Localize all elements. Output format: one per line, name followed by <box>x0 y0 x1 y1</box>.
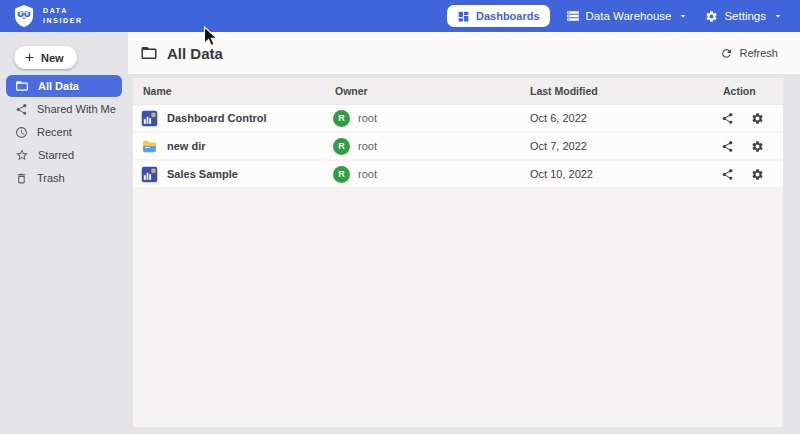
table-body: Dashboard Control R root Oct 6, 2022 new… <box>133 105 783 189</box>
owner-avatar: R <box>333 110 350 127</box>
file-name: Sales Sample <box>167 168 238 180</box>
folder-icon <box>140 44 158 62</box>
gear-icon[interactable] <box>751 168 764 181</box>
dashboard-grid-icon <box>457 10 470 23</box>
top-nav: Dashboards Data Warehouse Settings <box>447 0 784 32</box>
owner-avatar: R <box>333 138 350 155</box>
chevron-down-icon <box>772 10 784 22</box>
trash-icon <box>15 172 28 185</box>
settings-menu[interactable]: Settings <box>705 10 784 23</box>
plus-icon <box>23 51 36 64</box>
folder-icon <box>15 79 29 93</box>
table-row[interactable]: new dir R root Oct 7, 2022 <box>133 133 783 161</box>
share-icon[interactable] <box>721 140 734 153</box>
file-table-card: Name Owner Last Modified Action Dashboar… <box>133 78 783 427</box>
share-icon[interactable] <box>721 168 734 181</box>
sidebar-item-starred[interactable]: Starred <box>6 144 122 166</box>
owner-name: root <box>358 168 377 180</box>
top-bar: DATA INSIDER Dashboards Data Warehouse S… <box>0 0 800 32</box>
owner-cell: R root <box>325 138 520 155</box>
sidebar-item-recent[interactable]: Recent <box>6 121 122 143</box>
last-modified-cell: Oct 10, 2022 <box>520 168 713 180</box>
name-cell: Sales Sample <box>133 166 325 183</box>
column-header-last-modified: Last Modified <box>520 85 713 97</box>
new-button[interactable]: New <box>14 46 77 69</box>
star-icon <box>15 148 29 162</box>
share-icon[interactable] <box>721 112 734 125</box>
content-header: All Data Refresh <box>128 32 800 75</box>
owner-avatar: R <box>333 166 350 183</box>
dashboards-label: Dashboards <box>476 10 540 22</box>
settings-label: Settings <box>724 10 766 22</box>
owner-name: root <box>358 112 377 124</box>
action-cell <box>713 112 783 125</box>
sidebar-item-label: Trash <box>37 172 65 184</box>
sidebar-nav: All Data Shared With Me Recent Starred T… <box>0 75 128 189</box>
new-button-label: New <box>41 52 64 64</box>
table-row[interactable]: Sales Sample R root Oct 10, 2022 <box>133 161 783 189</box>
file-name: new dir <box>167 140 206 152</box>
owner-cell: R root <box>325 166 520 183</box>
brand-line2: INSIDER <box>43 16 83 26</box>
gear-icon[interactable] <box>751 112 764 125</box>
clock-icon <box>15 126 28 139</box>
refresh-label: Refresh <box>739 47 778 59</box>
refresh-icon <box>720 47 733 60</box>
page-title: All Data <box>140 44 223 62</box>
folder-file-icon <box>141 138 158 155</box>
gear-icon <box>705 10 718 23</box>
brand-name: DATA INSIDER <box>43 6 83 26</box>
sidebar-item-shared-with-me[interactable]: Shared With Me <box>6 98 122 120</box>
column-header-action: Action <box>713 85 783 97</box>
column-header-name: Name <box>133 85 325 97</box>
last-modified-cell: Oct 7, 2022 <box>520 140 713 152</box>
action-cell <box>713 140 783 153</box>
brand-logo[interactable]: DATA INSIDER <box>12 4 83 28</box>
dashboard-file-icon <box>141 110 158 127</box>
owner-cell: R root <box>325 110 520 127</box>
name-cell: Dashboard Control <box>133 110 325 127</box>
database-icon <box>566 9 580 23</box>
owl-logo-icon <box>12 4 36 28</box>
sidebar-item-label: Shared With Me <box>37 103 116 115</box>
refresh-button[interactable]: Refresh <box>720 47 778 60</box>
last-modified-cell: Oct 6, 2022 <box>520 112 713 124</box>
page-title-text: All Data <box>167 45 223 62</box>
sidebar-item-label: Recent <box>37 126 72 138</box>
dashboard-file-icon <box>141 166 158 183</box>
file-name: Dashboard Control <box>167 112 267 124</box>
name-cell: new dir <box>133 138 325 155</box>
column-header-owner: Owner <box>325 85 520 97</box>
chevron-down-icon <box>677 10 689 22</box>
action-cell <box>713 168 783 181</box>
sidebar-item-trash[interactable]: Trash <box>6 167 122 189</box>
gear-icon[interactable] <box>751 140 764 153</box>
owner-name: root <box>358 140 377 152</box>
sidebar: New All Data Shared With Me Recent Starr… <box>0 32 128 434</box>
table-header-row: Name Owner Last Modified Action <box>133 78 783 105</box>
sidebar-item-all-data[interactable]: All Data <box>6 75 122 97</box>
data-warehouse-label: Data Warehouse <box>586 10 672 22</box>
data-warehouse-menu[interactable]: Data Warehouse <box>566 9 690 23</box>
share-icon <box>15 103 28 116</box>
sidebar-item-label: Starred <box>38 149 74 161</box>
table-row[interactable]: Dashboard Control R root Oct 6, 2022 <box>133 105 783 133</box>
brand-line1: DATA <box>43 6 83 16</box>
sidebar-item-label: All Data <box>38 80 79 92</box>
dashboards-button[interactable]: Dashboards <box>447 5 550 27</box>
